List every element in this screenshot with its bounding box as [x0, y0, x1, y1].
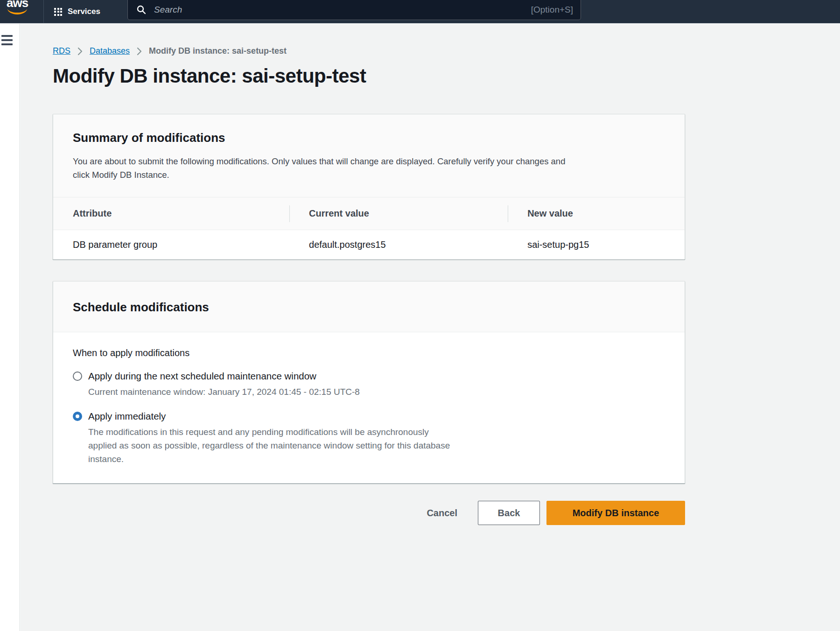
radio-option-apply-immediately[interactable]: Apply immediately	[73, 411, 666, 422]
form-actions: Cancel Back Modify DB instance	[53, 501, 685, 525]
services-label: Services	[68, 7, 100, 16]
search-icon	[136, 5, 147, 15]
column-header-current-value: Current value	[289, 197, 508, 230]
search-placeholder: Search	[154, 5, 531, 15]
radio-unselected-icon[interactable]	[73, 372, 82, 381]
table-row: DB parameter group default.postgres15 sa…	[53, 230, 685, 259]
modify-db-instance-button[interactable]: Modify DB instance	[546, 501, 685, 525]
main-content: RDS Databases Modify DB instance: sai-se…	[21, 24, 840, 631]
services-menu-button[interactable]: Services	[54, 0, 100, 23]
column-header-attribute: Attribute	[53, 197, 289, 230]
row-new-value: sai-setup-pg15	[508, 239, 685, 250]
back-button[interactable]: Back	[478, 501, 540, 525]
navbar-divider	[43, 0, 44, 23]
radio-option-maintenance-window[interactable]: Apply during the next scheduled maintena…	[73, 371, 666, 382]
aws-console-page: aws Services Search [Option+S] RDS	[0, 0, 840, 631]
breadcrumb-link-databases[interactable]: Databases	[90, 46, 130, 56]
chevron-right-icon	[77, 47, 83, 56]
chevron-right-icon	[137, 47, 142, 56]
top-navbar: aws Services Search [Option+S]	[0, 0, 840, 23]
maintenance-window-helper-text: Current maintenance window: January 17, …	[88, 385, 666, 399]
modifications-table-header: Attribute Current value New value	[53, 197, 685, 230]
apply-immediately-option-label: Apply immediately	[88, 411, 166, 422]
apply-immediately-helper-text: The modifications in this request and an…	[88, 425, 666, 466]
row-current-value: default.postgres15	[289, 239, 508, 250]
aws-logo[interactable]: aws	[7, 0, 35, 22]
breadcrumb: RDS Databases Modify DB instance: sai-se…	[53, 46, 287, 56]
summary-card-header: Summary of modifications You are about t…	[53, 114, 685, 197]
aws-smile-icon	[7, 8, 27, 14]
search-input[interactable]: Search [Option+S]	[127, 0, 581, 20]
services-grid-icon	[54, 8, 62, 16]
summary-card-title: Summary of modifications	[73, 131, 666, 145]
page-title: Modify DB instance: sai-setup-test	[53, 65, 366, 87]
left-sidebar-rail	[0, 24, 20, 631]
cancel-button[interactable]: Cancel	[413, 501, 470, 525]
summary-card-description: You are about to submit the following mo…	[73, 154, 666, 182]
hamburger-menu-icon[interactable]	[1, 35, 13, 46]
column-header-new-value: New value	[508, 197, 685, 230]
schedule-modifications-card: Schedule modifications When to apply mod…	[53, 281, 685, 484]
breadcrumb-current-page: Modify DB instance: sai-setup-test	[149, 46, 287, 56]
schedule-card-body: When to apply modifications Apply during…	[53, 332, 685, 466]
when-to-apply-label: When to apply modifications	[73, 348, 666, 358]
breadcrumb-link-rds[interactable]: RDS	[53, 46, 70, 56]
maintenance-window-option-label: Apply during the next scheduled maintena…	[88, 371, 316, 382]
search-shortcut-hint: [Option+S]	[531, 5, 573, 15]
summary-of-modifications-card: Summary of modifications You are about t…	[53, 114, 685, 259]
radio-selected-icon[interactable]	[73, 412, 82, 421]
schedule-card-header: Schedule modifications	[53, 281, 685, 332]
row-attribute: DB parameter group	[53, 239, 289, 250]
schedule-card-title: Schedule modifications	[73, 300, 666, 315]
